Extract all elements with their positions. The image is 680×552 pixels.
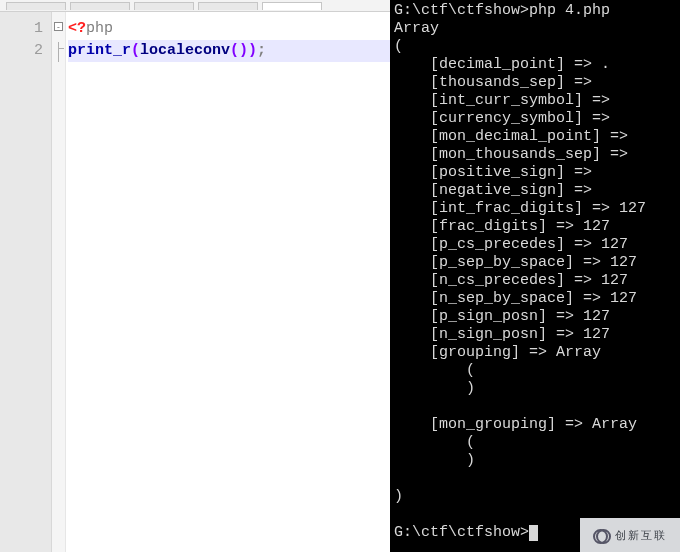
code-line[interactable]: print_r(localeconv()); bbox=[68, 40, 390, 62]
terminal-array-entry: [p_sep_by_space] => 127 bbox=[394, 254, 674, 272]
terminal-line bbox=[394, 398, 674, 416]
terminal-command: G:\ctf\ctfshow>php 4.php bbox=[394, 2, 674, 20]
editor-tab[interactable] bbox=[134, 2, 194, 10]
watermark: 创新互联 bbox=[580, 518, 680, 552]
terminal-array-entry: [decimal_point] => . bbox=[394, 56, 674, 74]
editor-tab-bar bbox=[0, 0, 390, 12]
terminal-array-entry: [mon_grouping] => Array bbox=[394, 416, 674, 434]
fold-toggle-icon[interactable]: - bbox=[54, 22, 63, 31]
terminal-line: ) bbox=[394, 488, 674, 506]
terminal-pane[interactable]: G:\ctf\ctfshow>php 4.phpArray( [decimal_… bbox=[390, 0, 680, 552]
terminal-array-entry: [n_sep_by_space] => 127 bbox=[394, 290, 674, 308]
watermark-text: 创新互联 bbox=[615, 528, 667, 543]
terminal-line: ( bbox=[394, 362, 674, 380]
terminal-line: ( bbox=[394, 434, 674, 452]
terminal-array-entry: [n_sign_posn] => 127 bbox=[394, 326, 674, 344]
code-editor-pane: 12 - <?phpprint_r(localeconv()); bbox=[0, 0, 390, 552]
terminal-line: ) bbox=[394, 452, 674, 470]
line-number: 1 bbox=[0, 18, 43, 40]
terminal-cursor bbox=[529, 525, 538, 541]
watermark-logo-icon bbox=[593, 526, 611, 544]
terminal-line: ( bbox=[394, 38, 674, 56]
code-line[interactable]: <?php bbox=[68, 18, 390, 40]
terminal-array-entry: [int_curr_symbol] => bbox=[394, 92, 674, 110]
terminal-array-entry: [currency_symbol] => bbox=[394, 110, 674, 128]
terminal-array-entry: [mon_decimal_point] => bbox=[394, 128, 674, 146]
terminal-array-entry: [negative_sign] => bbox=[394, 182, 674, 200]
terminal-output-header: Array bbox=[394, 20, 674, 38]
terminal-line: ) bbox=[394, 380, 674, 398]
editor-tab-active[interactable] bbox=[262, 2, 322, 10]
editor-tab[interactable] bbox=[6, 2, 66, 10]
terminal-array-entry: [frac_digits] => 127 bbox=[394, 218, 674, 236]
editor-tab[interactable] bbox=[198, 2, 258, 10]
terminal-array-entry: [grouping] => Array bbox=[394, 344, 674, 362]
terminal-line bbox=[394, 470, 674, 488]
terminal-array-entry: [p_sign_posn] => 127 bbox=[394, 308, 674, 326]
line-number-gutter: 12 bbox=[0, 12, 52, 552]
terminal-array-entry: [mon_thousands_sep] => bbox=[394, 146, 674, 164]
terminal-array-entry: [n_cs_precedes] => 127 bbox=[394, 272, 674, 290]
terminal-array-entry: [positive_sign] => bbox=[394, 164, 674, 182]
terminal-array-entry: [p_cs_precedes] => 127 bbox=[394, 236, 674, 254]
line-number: 2 bbox=[0, 40, 43, 62]
fold-column: - bbox=[52, 12, 66, 552]
terminal-array-entry: [int_frac_digits] => 127 bbox=[394, 200, 674, 218]
editor-tab[interactable] bbox=[70, 2, 130, 10]
terminal-array-entry: [thousands_sep] => bbox=[394, 74, 674, 92]
code-content[interactable]: <?phpprint_r(localeconv()); bbox=[66, 12, 390, 552]
